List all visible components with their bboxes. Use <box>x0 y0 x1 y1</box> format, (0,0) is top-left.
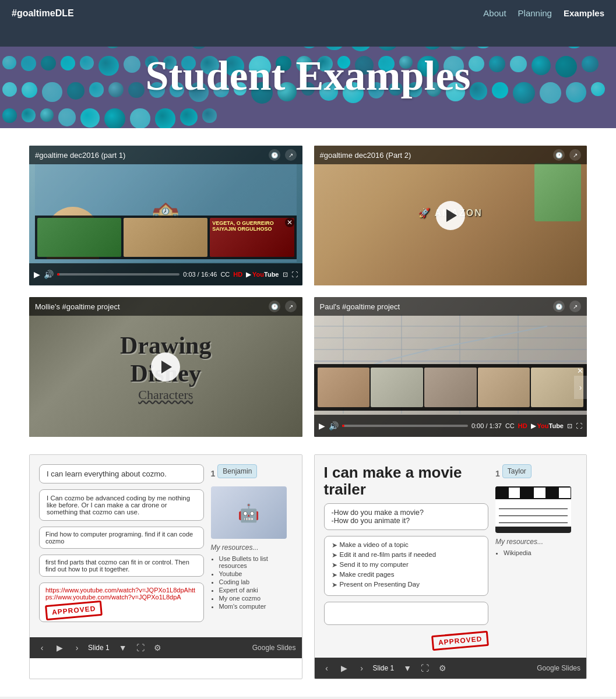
video-3[interactable]: Drawing Disney Characters Mollie's #goal… <box>29 297 302 437</box>
volume-button-4[interactable]: 🔊 <box>329 421 339 430</box>
clock-icon-4: 🕐 <box>553 301 565 312</box>
step-2: ➤Edit it and re-film parts if needed <box>332 551 481 559</box>
slide-play-button-1[interactable]: ▶ <box>53 641 66 654</box>
nav-planning[interactable]: Planning <box>518 8 552 18</box>
cc-button-4[interactable]: CC <box>505 422 515 429</box>
cast-button-4[interactable]: ⊡ <box>567 422 572 430</box>
slide-inner-2: I can make a movie trailer -How do you m… <box>315 455 587 658</box>
volume-button-1[interactable]: 🔊 <box>44 270 54 279</box>
play-button-overlay-3[interactable] <box>151 352 180 382</box>
paul-thumb-4 <box>478 368 530 407</box>
slide1-right: 1 Benjamin 🤖 My resources... Use Bullets… <box>211 464 293 628</box>
video-title-2: #goaltime dec2016 (Part 2) <box>320 151 411 160</box>
resource-item: My one cozmo <box>219 595 293 602</box>
video-icons-3: 🕐 ↗ <box>269 301 297 312</box>
slide-gear-1[interactable]: ⚙ <box>152 641 164 654</box>
play-button-4[interactable]: ▶ <box>319 421 325 430</box>
video-icons-2: 🕐 ↗ <box>553 149 581 161</box>
progress-bar-4[interactable] <box>342 425 468 427</box>
resource-item: Mom's computer <box>219 603 293 610</box>
slide-toolbar-1: ‹ ▶ › Slide 1 ▼ ⛶ ⚙ Google Slides <box>30 637 302 658</box>
slide-num-2: 1 <box>495 469 500 478</box>
slide-settings-1[interactable]: ▼ <box>117 641 129 654</box>
video-2[interactable]: 🚀 AMAZON #goaltime dec2016 (Part 2) 🕐 ↗ <box>314 146 587 285</box>
video-title-1: #goaltime dec2016 (part 1) <box>35 151 125 160</box>
empty-box-2 <box>324 602 489 625</box>
clapper-stripe-6 <box>559 488 571 498</box>
slide-link[interactable]: https://www.youtube.com/watch?v=JQPXo1L8… <box>45 587 195 601</box>
paul-next-button[interactable]: › <box>574 376 587 399</box>
time-display-4: 0:00 / 1:37 <box>471 422 502 429</box>
play-button-1[interactable]: ▶ <box>34 270 40 279</box>
step-text-3: Send it to my computer <box>340 561 409 569</box>
paul-video-strip: ✕ › <box>314 364 587 411</box>
video-icons-4: 🕐 ↗ <box>553 301 581 312</box>
steps-box: ➤Make a video of a topic ➤Edit it and re… <box>324 536 489 596</box>
clapper-stripe-2 <box>509 488 520 498</box>
site-logo: #goaltimeDLE <box>12 8 74 19</box>
close-icon-paul[interactable]: ✕ <box>577 366 583 375</box>
goal-box-1: I can learn everything about cozmo. <box>39 464 204 483</box>
close-icon[interactable]: ✕ <box>285 218 294 227</box>
share-icon: ↗ <box>285 149 297 161</box>
resources-section-1: My resources... Use Bullets to list reso… <box>211 543 293 610</box>
clapper-top <box>495 486 571 501</box>
slide1-content: I can learn everything about cozmo. I Ca… <box>39 464 293 628</box>
clapper-stripe-5 <box>547 488 558 498</box>
thumb-minecraft <box>37 218 121 257</box>
arrow-icon: ➤ <box>332 571 337 579</box>
resources-label-2: My resources... <box>495 538 577 546</box>
progress-fill-1 <box>57 273 59 276</box>
clapper-line-2 <box>499 510 568 516</box>
approved-stamp-2: APPROVED <box>431 631 489 651</box>
video-title-bar-3: Mollie's #goaltime project 🕐 ↗ <box>29 297 302 316</box>
slide-expand-2[interactable]: ⛶ <box>418 662 431 675</box>
video-4[interactable]: ✕ › Paul's #goaltime project 🕐 ↗ ▶ 🔊 <box>314 297 587 437</box>
video-title-bar-4: Paul's #goaltime project 🕐 ↗ <box>314 297 587 316</box>
hd-badge-4: HD <box>518 422 527 429</box>
nav-examples[interactable]: Examples <box>564 8 604 18</box>
student-name-1: Benjamin <box>217 464 257 478</box>
clapper-stripe-1 <box>496 488 508 498</box>
cc-button[interactable]: CC <box>220 271 230 278</box>
page-header: // Bubbles rendered inline #goaltimeDLE … <box>0 0 616 128</box>
slide-counter-2: Slide 1 <box>373 664 395 672</box>
paul-thumb-3 <box>424 368 477 407</box>
slide-next-button-1[interactable]: › <box>71 641 83 654</box>
video-1[interactable]: 🏫 ✕ VEGETA, O GUERREIROSAIYAJIN ORGULHOS… <box>29 146 302 285</box>
link-box: https://www.youtube.com/watch?v=JQPXo1L8… <box>39 582 204 622</box>
slide-inner-1: I can learn everything about cozmo. I Ca… <box>30 455 302 637</box>
slide-prev-button-2[interactable]: ‹ <box>321 662 333 675</box>
slide-container-2: I can make a movie trailer -How do you m… <box>314 454 587 679</box>
slide-expand-1[interactable]: ⛶ <box>134 641 147 654</box>
slides-grid: I can learn everything about cozmo. I Ca… <box>29 454 587 679</box>
approved-stamp-1: APPROVED <box>45 601 103 620</box>
fullscreen-button-1[interactable]: ⛶ <box>291 271 298 278</box>
progress-bar-1[interactable] <box>57 273 179 276</box>
video-title-3: Mollie's #goaltime project <box>35 302 120 311</box>
nav-about[interactable]: About <box>483 8 506 18</box>
slide2-right: 1 Taylor <box>495 464 577 648</box>
youtube-logo-1: ▶ YouTube <box>246 271 279 278</box>
fullscreen-button-4[interactable]: ⛶ <box>576 422 582 429</box>
slide1-left: I can learn everything about cozmo. I Ca… <box>39 464 204 628</box>
slide2-left: I can make a movie trailer -How do you m… <box>324 464 489 648</box>
step-4: ➤Make credit pages <box>332 571 481 579</box>
step-1: ➤Make a video of a topic <box>332 541 481 549</box>
slide-play-button-2[interactable]: ▶ <box>338 662 351 675</box>
slide-gear-2[interactable]: ⚙ <box>436 662 449 675</box>
slide-settings-2[interactable]: ▼ <box>401 662 414 675</box>
slide-container-1: I can learn everything about cozmo. I Ca… <box>29 454 302 679</box>
slide-next-button-2[interactable]: › <box>355 662 368 675</box>
resource-item: Coding lab <box>219 578 293 585</box>
video-controls-1: ▶ 🔊 0:03 / 16:46 CC HD ▶ YouTube ⊡ ⛶ <box>29 263 302 285</box>
slide-toolbar-2: ‹ ▶ › Slide 1 ▼ ⛶ ⚙ Google Slides <box>315 658 587 679</box>
cast-button-1[interactable]: ⊡ <box>283 271 288 278</box>
video-controls-4: ▶ 🔊 0:00 / 1:37 CC HD ▶ YouTube ⊡ ⛶ <box>314 415 587 437</box>
youtube-logo-4: ▶ YouTube <box>531 422 564 430</box>
main-content: 🏫 ✕ VEGETA, O GUERREIROSAIYAJIN ORGULHOS… <box>0 128 616 697</box>
slide-prev-button-1[interactable]: ‹ <box>36 641 48 654</box>
green-kid <box>534 163 581 221</box>
share-icon-3: ↗ <box>285 301 297 312</box>
play-button-overlay-2[interactable] <box>436 201 465 230</box>
